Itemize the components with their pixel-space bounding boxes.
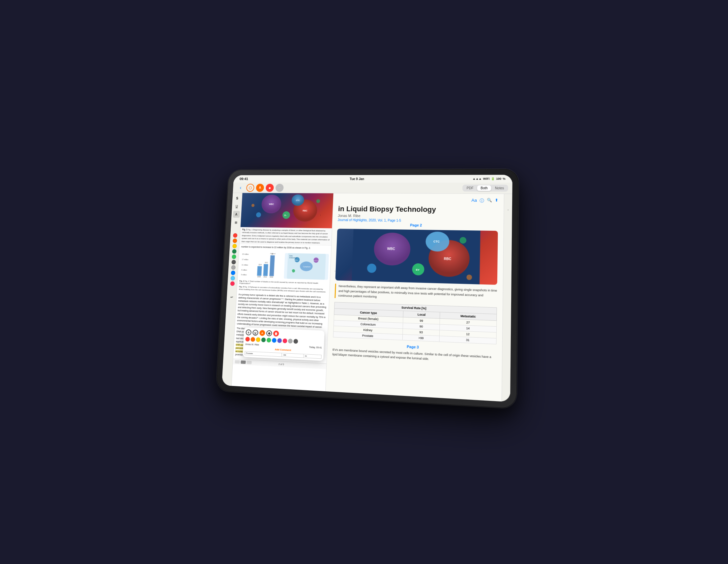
notes-image: RBC WBC CTC EV <box>335 229 498 285</box>
swatch-blue[interactable] <box>272 338 276 343</box>
page-nav-icon-2[interactable] <box>241 360 246 364</box>
svg-text:2030: 2030 <box>270 276 273 278</box>
svg-point-9 <box>316 199 320 203</box>
color-gray-dark[interactable] <box>231 260 236 264</box>
chart-area: 22 million 17 million 11 million 6 milli… <box>237 251 331 282</box>
sidebar-icon-undo[interactable]: ↩ <box>228 293 235 300</box>
color-red[interactable] <box>233 233 237 237</box>
survival-table: Survival Rate [%] Cancer type Local Meta… <box>333 302 497 344</box>
ann-btn-circle[interactable]: ⊕ <box>266 330 272 337</box>
sidebar-icon-u[interactable]: U <box>233 203 240 210</box>
ann-btn-s[interactable]: S <box>246 329 251 335</box>
color-pink[interactable] <box>230 281 235 286</box>
wifi-icon: ▲▲▲ <box>472 177 481 180</box>
ann-btn-u[interactable]: U <box>252 330 258 336</box>
swatch-red[interactable] <box>245 337 250 341</box>
segment-control: PDF Both Notes <box>462 185 508 192</box>
swatch-green[interactable] <box>266 338 271 342</box>
color-sidebar <box>229 227 237 292</box>
sidebar-icon-a[interactable]: A <box>233 211 240 218</box>
notes-body-text: Nevertheless, they represent an importan… <box>335 283 497 303</box>
page-number: 2 of 5 <box>278 362 284 366</box>
back-button[interactable]: ‹ <box>236 183 245 191</box>
battery-label: 100 <box>496 177 501 180</box>
svg-point-8 <box>256 212 261 217</box>
toolbar-btn-circle-outline[interactable]: ◯ <box>246 183 254 191</box>
svg-text:CTC: CTC <box>433 240 440 243</box>
page-nav-icon-1[interactable] <box>235 360 240 364</box>
notes-title: in Liquid Biopsy Technology <box>338 205 498 215</box>
svg-text:6 million: 6 million <box>241 269 247 271</box>
svg-text:Exosomes: Exosomes <box>313 260 319 261</box>
toolbar-btn-record[interactable]: ● <box>265 184 274 192</box>
svg-rect-16 <box>257 266 262 276</box>
ann-btn-a[interactable]: A <box>259 330 265 336</box>
swatch-purple[interactable] <box>277 338 282 343</box>
svg-text:WBC: WBC <box>269 203 274 205</box>
toolbar-btn-more[interactable]: ··· <box>275 184 283 192</box>
svg-text:EV: EV <box>416 268 420 272</box>
status-time: 09:41 <box>239 177 248 180</box>
wifi-label: WiFi <box>483 177 489 180</box>
svg-text:WBC: WBC <box>387 247 395 251</box>
pdf-figure-1: RBC WBC CTC EV <box>240 193 333 228</box>
svg-text:EV: EV <box>291 271 293 272</box>
table-mini-cell: 31 <box>304 354 321 358</box>
sidebar-icon-s[interactable]: S <box>234 194 241 201</box>
svg-text:CTC: CTC <box>296 199 300 201</box>
svg-text:Projected: Projected <box>270 253 275 254</box>
color-green[interactable] <box>231 254 236 259</box>
pathway-diagram: Cytoplasm MVBs Exosomes EV Early Endosom… <box>284 253 329 280</box>
content-area: S U A ⊞ ↩ <box>221 193 512 402</box>
color-green-dark[interactable] <box>232 249 236 253</box>
svg-text:Endosomes: Endosomes <box>289 257 297 259</box>
annotation-toolbar: S U A ⊕ 🗑 <box>246 329 322 339</box>
svg-text:EV: EV <box>284 215 286 216</box>
svg-text:17 million: 17 million <box>242 259 248 260</box>
svg-text:22 million: 22 million <box>242 253 248 255</box>
annotation-popup: S U A ⊕ 🗑 <box>243 327 325 361</box>
segment-both[interactable]: Both <box>477 185 491 191</box>
share-icon[interactable]: ⬆ <box>495 198 498 204</box>
svg-text:Early: Early <box>289 255 293 256</box>
swatch-yellow[interactable] <box>256 337 260 342</box>
ann-btn-delete[interactable]: 🗑 <box>273 330 279 337</box>
page-nav-icon-3[interactable] <box>247 361 252 364</box>
segment-pdf[interactable]: PDF <box>463 185 477 191</box>
annotation-timestamp: Today, 09:41 <box>309 345 322 349</box>
page-nav-icons <box>235 360 252 364</box>
font-size-icon[interactable]: Aa <box>471 197 477 203</box>
svg-text:MVBs: MVBs <box>294 259 298 261</box>
color-yellow[interactable] <box>232 244 237 248</box>
battery-percent: % <box>503 177 506 180</box>
svg-text:0 million: 0 million <box>241 274 247 276</box>
color-cyan[interactable] <box>230 276 235 281</box>
ipad-device: 09:41 Tue 9 Jan ▲▲▲ WiFi 🔋 100% ‹ ◯ A ● … <box>216 169 518 409</box>
swatch-gray-light[interactable] <box>288 339 292 343</box>
notes-panel: Aa ⓘ 🔍 ⬆ in Liquid Biopsy Technology Jon… <box>326 193 504 401</box>
status-date: Tue 9 Jan <box>349 177 364 181</box>
swatch-gray-dark[interactable] <box>293 339 298 344</box>
table-mini-cell: Prostate <box>245 351 282 357</box>
notes-header-icons: Aa ⓘ 🔍 ⬆ <box>338 197 498 204</box>
sidebar-icon-image[interactable]: ⊞ <box>232 219 239 226</box>
swatch-green-dark[interactable] <box>261 338 266 342</box>
svg-rect-20 <box>269 255 275 276</box>
color-blue[interactable] <box>230 270 235 275</box>
svg-text:2008: 2008 <box>257 276 261 278</box>
info-icon[interactable]: ⓘ <box>480 198 484 204</box>
swatch-pink[interactable] <box>282 339 287 343</box>
svg-text:12.5: 12.5 <box>258 264 262 265</box>
svg-text:11 million: 11 million <box>242 264 248 266</box>
color-orange[interactable] <box>232 238 237 243</box>
segment-notes[interactable]: Notes <box>491 185 508 191</box>
svg-point-10 <box>251 204 254 207</box>
bar-chart-svg: 22 million 17 million 11 million 6 milli… <box>239 252 283 279</box>
status-bar: 09:41 Tue 9 Jan ▲▲▲ WiFi 🔋 100% <box>233 175 512 183</box>
svg-rect-18 <box>263 264 268 276</box>
color-gray-light[interactable] <box>231 265 235 270</box>
search-icon[interactable]: 🔍 <box>487 198 492 204</box>
right-icon-chevron[interactable]: › <box>505 207 511 212</box>
toolbar-btn-a-orange[interactable]: A <box>256 184 264 192</box>
swatch-orange[interactable] <box>250 337 255 341</box>
